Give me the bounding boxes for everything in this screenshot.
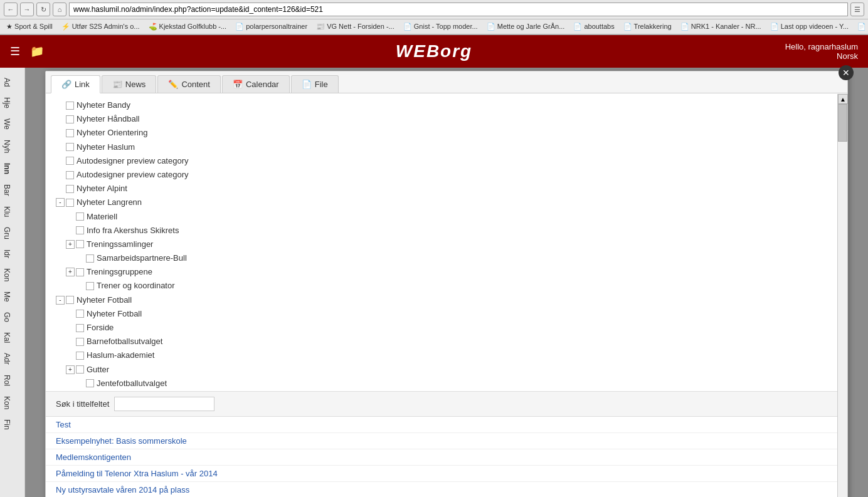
tree-item-nyheter-handball[interactable]: Nyheter Håndball: [56, 112, 837, 126]
sidebar-item-inn[interactable]: Inn: [0, 158, 14, 179]
bookmark-item[interactable]: 📄 Mette og Jarle GrÅn...: [483, 21, 569, 32]
toggle-gutter[interactable]: +: [66, 365, 75, 374]
sidebar-item-gru[interactable]: Gru: [0, 222, 14, 244]
sidebar-item-me[interactable]: Me: [0, 286, 14, 307]
checkbox-treningsgruppene[interactable]: [76, 268, 84, 276]
tree-item-treningssamlinger[interactable]: + Treningssamlinger: [56, 238, 837, 251]
tree-item-nyheter-fotball-child[interactable]: Nyheter Fotball: [56, 307, 837, 321]
result-link-eksempelnyhet[interactable]: Eksempelnyhet: Basis sommerskole: [56, 436, 187, 446]
tree-item-barnefotball[interactable]: Barnefotballsutvalget: [56, 335, 837, 348]
checkbox-gutter[interactable]: [76, 365, 84, 374]
bookmark-item[interactable]: ★ Sport & Spill: [3, 21, 56, 32]
scrollbar-track[interactable]: [838, 104, 847, 497]
settings-button[interactable]: ☰: [850, 3, 864, 16]
toggle-nyheter-fotball[interactable]: -: [56, 296, 65, 305]
address-bar[interactable]: [69, 3, 848, 16]
tree-item-jentefotball[interactable]: Jentefotballutvalget: [56, 377, 837, 390]
bookmark-item[interactable]: 📄 Last opp videoen - Y...: [766, 21, 853, 32]
sidebar-item-fin[interactable]: Fin: [0, 414, 14, 435]
tab-content[interactable]: ✏️ Content: [157, 75, 221, 93]
home-button[interactable]: ⌂: [53, 3, 66, 16]
bookmark-item[interactable]: ⚡ Utfør S2S Admin's o...: [58, 21, 144, 32]
checkbox-materiell[interactable]: [76, 212, 84, 221]
sidebar-item-kal[interactable]: Kal: [0, 327, 14, 348]
tree-item-materiell[interactable]: Materiell: [56, 210, 837, 224]
tree-item-treningsgruppene[interactable]: + Treningsgruppene: [56, 265, 837, 279]
sidebar-item-we[interactable]: We: [0, 113, 14, 135]
toggle-treningssamlinger[interactable]: +: [66, 240, 75, 249]
scrollbar-up-arrow[interactable]: ▲: [838, 94, 848, 104]
checkbox-nyheter-fotball-child[interactable]: [76, 310, 84, 318]
tree-item-autodesigner-2[interactable]: Autodesigner preview category: [56, 168, 837, 182]
sidebar-item-kon2[interactable]: Kon: [0, 391, 14, 414]
hamburger-icon[interactable]: ☰: [10, 44, 20, 58]
result-item-medlemskontigenten[interactable]: Medlemskontigenten: [46, 449, 847, 466]
sidebar-item-rol[interactable]: Rol: [0, 370, 14, 391]
modal-scrollbar[interactable]: ▲ ▼: [837, 94, 847, 497]
bookmark-item[interactable]: 📰 VG Nett - Forsiden -...: [312, 21, 398, 32]
checkbox-barnefotball[interactable]: [76, 338, 84, 346]
bookmark-item[interactable]: 📄 polarpersonaltrainer: [231, 21, 311, 32]
bookmark-item[interactable]: ⛳ Kjekstad Golfklubb -...: [145, 21, 231, 32]
toggle-nyheter-langrenn[interactable]: -: [56, 198, 65, 207]
checkbox-nyheter-langrenn[interactable]: [66, 199, 74, 207]
tab-calendar[interactable]: 📅 Calendar: [222, 75, 290, 93]
checkbox-treningssamlinger[interactable]: [76, 240, 84, 248]
checkbox-jentefotball[interactable]: [86, 379, 94, 387]
sidebar-item-idr[interactable]: Idr: [0, 244, 14, 263]
sidebar-item-ad[interactable]: Ad: [0, 73, 14, 92]
checkbox-nyheter-handball[interactable]: [66, 115, 74, 123]
bookmark-item[interactable]: 📄 Gnist - Topp moder...: [400, 21, 482, 32]
result-item-eksempelnyhet[interactable]: Eksempelnyhet: Basis sommerskole: [46, 433, 847, 449]
result-item-test[interactable]: Test: [46, 417, 847, 433]
search-input[interactable]: [114, 397, 214, 411]
checkbox-haslum-akademiet[interactable]: [76, 352, 84, 360]
bookmark-item[interactable]: 📄 abouttabs: [569, 21, 618, 32]
tab-news[interactable]: 📰 News: [102, 75, 157, 93]
tree-item-info-akershus[interactable]: Info fra Akershus Skikrets: [56, 224, 837, 238]
checkbox-autodesigner-2[interactable]: [66, 171, 74, 179]
checkbox-nyheter-bandy[interactable]: [66, 102, 74, 110]
tree-item-autodesigner-1[interactable]: Autodesigner preview category: [56, 154, 837, 168]
bookmark-item[interactable]: 📄 Trelakkering: [620, 21, 675, 32]
tree-item-nyheter-fotball-parent[interactable]: - Nyheter Fotball: [56, 293, 837, 307]
checkbox-nyheter-fotball-parent[interactable]: [66, 296, 74, 304]
result-link-utstyrsavtale[interactable]: Ny utstyrsavtale våren 2014 på plass: [56, 485, 189, 494]
tree-item-nyheter-orientering[interactable]: Nyheter Orientering: [56, 126, 837, 140]
tab-link[interactable]: 🔗 Link: [51, 75, 100, 93]
result-link-medlemskontigenten[interactable]: Medlemskontigenten: [56, 453, 131, 462]
folder-icon[interactable]: 📁: [30, 44, 44, 58]
sidebar-item-adr[interactable]: Adr: [0, 348, 14, 370]
tree-item-samarbeidspartnere[interactable]: Samarbeidspartnere-Bull: [56, 251, 837, 265]
checkbox-forside[interactable]: [76, 324, 84, 332]
checkbox-trener[interactable]: [86, 282, 94, 290]
checkbox-nyheter-haslum[interactable]: [66, 143, 74, 151]
back-button[interactable]: ←: [4, 3, 18, 16]
checkbox-nyheter-alpint[interactable]: [66, 185, 74, 193]
tree-area[interactable]: Nyheter Bandy Nyheter Håndball Nyheter O…: [46, 93, 847, 392]
sidebar-item-kon1[interactable]: Kon: [0, 263, 14, 286]
bookmark-item[interactable]: 📄 NRK1 - Kanaler - NR...: [677, 21, 765, 32]
modal-close-button[interactable]: ✕: [839, 65, 854, 80]
tab-file[interactable]: 📄 File: [291, 75, 339, 93]
sidebar-item-hje[interactable]: Hje: [0, 92, 14, 113]
tree-item-gutter[interactable]: + Gutter: [56, 363, 837, 377]
result-item-utstyrsavtale[interactable]: Ny utstyrsavtale våren 2014 på plass: [46, 482, 847, 497]
checkbox-info-akershus[interactable]: [76, 226, 84, 234]
tree-item-forside[interactable]: Forside: [56, 321, 837, 335]
sidebar-item-bar[interactable]: Bar: [0, 179, 14, 201]
tree-item-nyheter-langrenn[interactable]: - Nyheter Langrenn: [56, 196, 837, 209]
checkbox-nyheter-orientering[interactable]: [66, 129, 74, 137]
sidebar-item-klu[interactable]: Klu: [0, 201, 14, 222]
tree-item-trener[interactable]: Trener og koordinator: [56, 279, 837, 293]
bookmark-item[interactable]: 📄 Skandiabanken - En...: [854, 21, 868, 32]
sidebar-item-nyh[interactable]: Nyh: [0, 135, 14, 158]
tree-item-nyheter-bandy[interactable]: Nyheter Bandy: [56, 98, 837, 112]
tree-item-nyheter-haslum[interactable]: Nyheter Haslum: [56, 140, 837, 154]
result-link-pamelding[interactable]: Påmelding til Telenor Xtra Haslum - vår …: [56, 469, 218, 478]
forward-button[interactable]: →: [20, 3, 34, 16]
sidebar-item-go[interactable]: Go: [0, 307, 14, 327]
tree-item-haslum-akademiet[interactable]: Haslum-akademiet: [56, 348, 837, 362]
tree-item-nyheter-alpint[interactable]: Nyheter Alpint: [56, 182, 837, 196]
result-item-pamelding[interactable]: Påmelding til Telenor Xtra Haslum - vår …: [46, 466, 847, 482]
